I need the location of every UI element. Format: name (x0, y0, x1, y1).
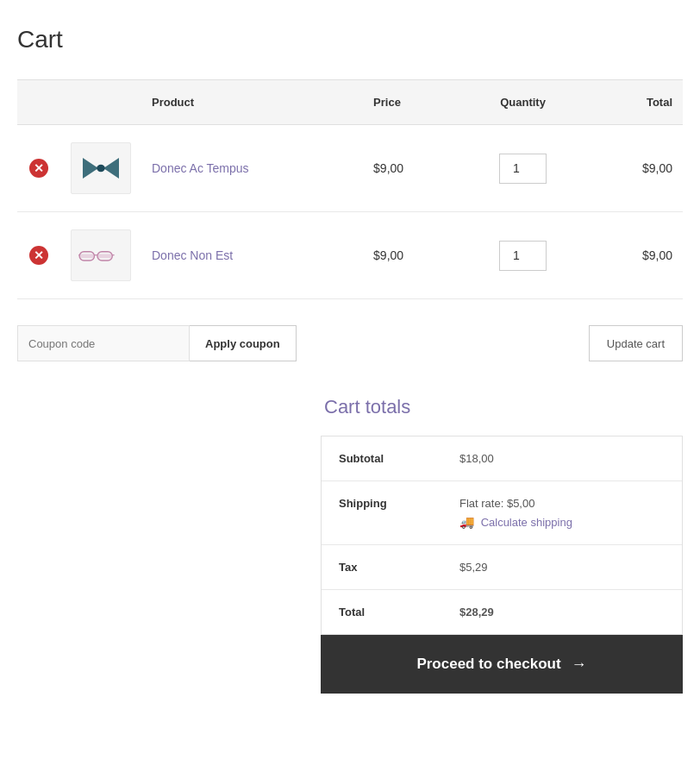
product-image (71, 229, 131, 281)
arrow-right-icon: → (572, 656, 587, 674)
product-link[interactable]: Donec Ac Tempus (152, 161, 249, 175)
product-image-cell (60, 125, 141, 212)
product-price: $9,00 (373, 248, 403, 262)
cart-totals-section: Cart totals Subtotal $18,00 Shipping Fla… (17, 396, 683, 694)
col-header-quantity: Quantity (459, 80, 587, 125)
row-total: $9,00 (642, 248, 672, 262)
product-name-cell: Donec Ac Tempus (141, 125, 363, 212)
subtotal-label: Subtotal (339, 452, 459, 465)
product-price-cell: $9,00 (363, 125, 459, 212)
calculate-shipping-link[interactable]: Calculate shipping (481, 516, 572, 529)
shipping-label: Shipping (339, 497, 459, 510)
table-row: ✕ Donec Non E (17, 212, 683, 299)
subtotal-value: $18,00 (459, 452, 665, 465)
cart-totals-title: Cart totals (324, 396, 410, 418)
total-cell: $9,00 (587, 212, 683, 299)
product-image-cell (60, 212, 141, 299)
update-cart-button[interactable]: Update cart (589, 325, 683, 361)
col-header-price: Price (363, 80, 459, 125)
col-header-remove (17, 80, 60, 125)
quantity-input[interactable] (499, 154, 547, 184)
calculate-shipping-area: 🚚 Calculate shipping (459, 515, 665, 529)
shipping-flat-rate: Flat rate: $5,00 (459, 497, 665, 510)
table-header-row: Product Price Quantity Total (17, 80, 683, 125)
svg-rect-6 (97, 254, 112, 259)
col-header-image (60, 80, 141, 125)
remove-item-button[interactable]: ✕ (29, 159, 48, 178)
truck-icon: 🚚 (459, 515, 474, 529)
product-link[interactable]: Donec Non Est (152, 248, 233, 262)
total-row: Total $28,29 (322, 590, 682, 634)
svg-rect-5 (79, 254, 94, 259)
total-value: $28,29 (459, 606, 665, 618)
total-cell: $9,00 (587, 125, 683, 212)
close-icon: ✕ (29, 246, 48, 265)
sunglasses-icon (78, 245, 123, 266)
svg-point-2 (97, 165, 105, 172)
col-header-product: Product (141, 80, 363, 125)
cart-actions: Apply coupon Update cart (17, 325, 683, 361)
row-total: $9,00 (642, 161, 672, 175)
checkout-label: Proceed to checkout (416, 656, 560, 673)
bowtie-icon (80, 154, 122, 182)
remove-cell: ✕ (17, 212, 60, 299)
col-header-total: Total (587, 80, 683, 125)
shipping-row: Shipping Flat rate: $5,00 🚚 Calculate sh… (322, 481, 682, 545)
table-row: ✕ Donec Ac Tempus $9,00 (17, 125, 683, 212)
product-name-cell: Donec Non Est (141, 212, 363, 299)
tax-row: Tax $5,29 (322, 545, 682, 590)
tax-label: Tax (339, 561, 459, 574)
close-icon: ✕ (29, 159, 48, 178)
product-price-cell: $9,00 (363, 212, 459, 299)
proceed-to-checkout-button[interactable]: Proceed to checkout → (321, 635, 683, 694)
apply-coupon-button[interactable]: Apply coupon (190, 325, 297, 361)
remove-item-button[interactable]: ✕ (29, 246, 48, 265)
quantity-cell (459, 212, 587, 299)
total-label: Total (339, 606, 459, 618)
shipping-value: Flat rate: $5,00 🚚 Calculate shipping (459, 497, 665, 529)
product-price: $9,00 (373, 161, 403, 175)
quantity-cell (459, 125, 587, 212)
coupon-input[interactable] (17, 325, 190, 361)
coupon-area: Apply coupon (17, 325, 297, 361)
svg-marker-0 (83, 158, 98, 179)
svg-marker-1 (103, 158, 119, 179)
page-title: Cart (17, 26, 683, 53)
cart-totals-table: Subtotal $18,00 Shipping Flat rate: $5,0… (321, 436, 683, 635)
tax-value: $5,29 (459, 561, 665, 574)
cart-table: Product Price Quantity Total ✕ (17, 79, 683, 299)
product-image (71, 142, 131, 194)
quantity-input[interactable] (499, 241, 547, 271)
remove-cell: ✕ (17, 125, 60, 212)
subtotal-row: Subtotal $18,00 (322, 436, 682, 481)
